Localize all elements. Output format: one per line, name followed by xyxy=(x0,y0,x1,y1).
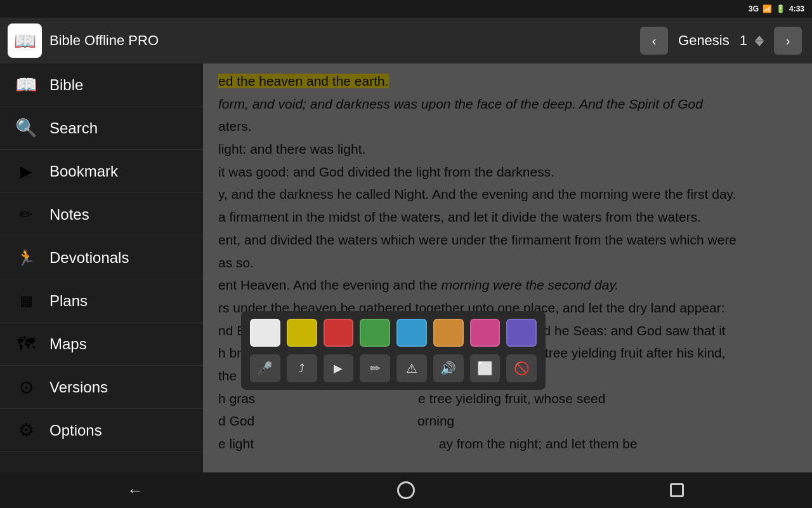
battery-icon: 🔋 xyxy=(776,4,785,13)
status-icons: 3G 📶 🔋 4:33 xyxy=(749,4,804,13)
edit-tool-button[interactable]: ✏ xyxy=(360,354,390,382)
options-icon: ⚙ xyxy=(15,420,37,441)
chapter-label[interactable]: Genesis xyxy=(678,32,730,49)
search-icon: 🔍 xyxy=(15,117,37,138)
recents-rect-icon xyxy=(670,483,684,497)
recents-button[interactable] xyxy=(652,476,702,504)
color-swatch-blue[interactable] xyxy=(396,319,427,347)
nav-controls: ‹ Genesis 1 › xyxy=(640,27,802,55)
app-logo: 📖 xyxy=(8,23,42,58)
warning-tool-button[interactable]: ⚠ xyxy=(396,354,427,382)
block-tool-button[interactable]: 🚫 xyxy=(506,354,537,382)
sidebar-label-search: Search xyxy=(49,119,98,137)
sidebar-label-options: Options xyxy=(49,422,102,439)
color-picker-popup: 🎤 ⤴ ▶ ✏ ⚠ 🔊 ⬜ 🚫 xyxy=(241,311,546,390)
next-chapter-button[interactable]: › xyxy=(774,27,802,55)
prev-icon: ‹ xyxy=(652,34,657,48)
plans-icon: ▦ xyxy=(15,293,37,309)
sidebar-item-notes[interactable]: ✏ Notes xyxy=(0,193,203,236)
sidebar-label-notes: Notes xyxy=(49,206,89,224)
maps-icon: 🗺 xyxy=(15,333,37,354)
sidebar-item-versions[interactable]: ⊙ Versions xyxy=(0,366,203,409)
chapter-number[interactable]: 1 xyxy=(740,32,747,49)
bible-content: ed the heaven and the earth. form, and v… xyxy=(203,64,812,472)
signal-icon: 📶 xyxy=(763,4,772,13)
copy-icon: ⬜ xyxy=(477,361,493,376)
prev-chapter-button[interactable]: ‹ xyxy=(640,27,668,55)
versions-icon: ⊙ xyxy=(15,377,37,398)
sidebar-item-plans[interactable]: ▦ Plans xyxy=(0,279,203,323)
next-icon: › xyxy=(786,34,790,48)
sidebar-item-search[interactable]: 🔍 Search xyxy=(0,107,203,150)
time-display: 4:33 xyxy=(789,4,804,13)
sidebar-label-devotionals: Devotionals xyxy=(49,249,129,267)
network-icon: 3G xyxy=(749,4,759,13)
color-swatch-green[interactable] xyxy=(360,319,390,347)
play-icon: ▶ xyxy=(334,361,343,375)
app-title: Bible Offline PRO xyxy=(49,32,640,49)
logo-icon: 📖 xyxy=(14,30,36,51)
tool-button-row: 🎤 ⤴ ▶ ✏ ⚠ 🔊 ⬜ 🚫 xyxy=(250,354,537,382)
color-swatch-orange[interactable] xyxy=(433,319,464,347)
status-bar: 3G 📶 🔋 4:33 xyxy=(0,0,812,18)
color-swatch-white[interactable] xyxy=(250,319,280,347)
sidebar-label-versions: Versions xyxy=(49,378,108,396)
sidebar-label-maps: Maps xyxy=(49,335,87,353)
block-icon: 🚫 xyxy=(514,361,530,376)
devotionals-icon: 🏃 xyxy=(15,249,37,267)
volume-tool-button[interactable]: 🔊 xyxy=(433,354,464,382)
color-swatch-pink[interactable] xyxy=(470,319,501,347)
mic-icon: 🎤 xyxy=(257,361,273,376)
sidebar-label-bookmark: Bookmark xyxy=(49,163,118,180)
color-swatch-purple[interactable] xyxy=(506,319,537,347)
chapter-arrows[interactable] xyxy=(755,36,764,46)
home-button[interactable] xyxy=(381,476,431,504)
bible-icon: 📖 xyxy=(15,74,37,95)
home-circle-icon xyxy=(397,481,415,499)
bottom-nav-bar: ← xyxy=(0,472,812,508)
sidebar: 📖 Bible 🔍 Search ▶ Bookmark ✏ Notes 🏃 De… xyxy=(0,64,203,472)
sidebar-label-plans: Plans xyxy=(49,292,88,310)
arrow-down-icon xyxy=(755,41,764,46)
mic-tool-button[interactable]: 🎤 xyxy=(250,354,280,382)
sidebar-item-options[interactable]: ⚙ Options xyxy=(0,409,203,452)
bookmark-icon: ▶ xyxy=(15,163,37,180)
sidebar-item-devotionals[interactable]: 🏃 Devotionals xyxy=(0,236,203,279)
sidebar-item-maps[interactable]: 🗺 Maps xyxy=(0,323,203,366)
share-tool-button[interactable]: ⤴ xyxy=(287,354,317,382)
color-swatch-red[interactable] xyxy=(324,319,354,347)
sidebar-label-bible: Bible xyxy=(49,76,83,94)
sidebar-item-bookmark[interactable]: ▶ Bookmark xyxy=(0,150,203,193)
color-swatch-yellow[interactable] xyxy=(287,319,317,347)
arrow-up-icon xyxy=(755,36,764,41)
popup-overlay xyxy=(203,64,812,472)
copy-tool-button[interactable]: ⬜ xyxy=(470,354,501,382)
volume-icon: 🔊 xyxy=(440,361,456,376)
warning-icon: ⚠ xyxy=(406,361,417,376)
notes-icon: ✏ xyxy=(15,206,37,224)
sidebar-item-bible[interactable]: 📖 Bible xyxy=(0,64,203,107)
back-button[interactable]: ← xyxy=(110,476,160,504)
edit-icon: ✏ xyxy=(370,361,381,376)
app-header: 📖 Bible Offline PRO ‹ Genesis 1 › xyxy=(0,18,812,64)
color-swatch-row xyxy=(250,319,537,347)
back-arrow-icon: ← xyxy=(127,481,143,500)
play-tool-button[interactable]: ▶ xyxy=(324,354,354,382)
share-icon: ⤴ xyxy=(299,362,304,375)
